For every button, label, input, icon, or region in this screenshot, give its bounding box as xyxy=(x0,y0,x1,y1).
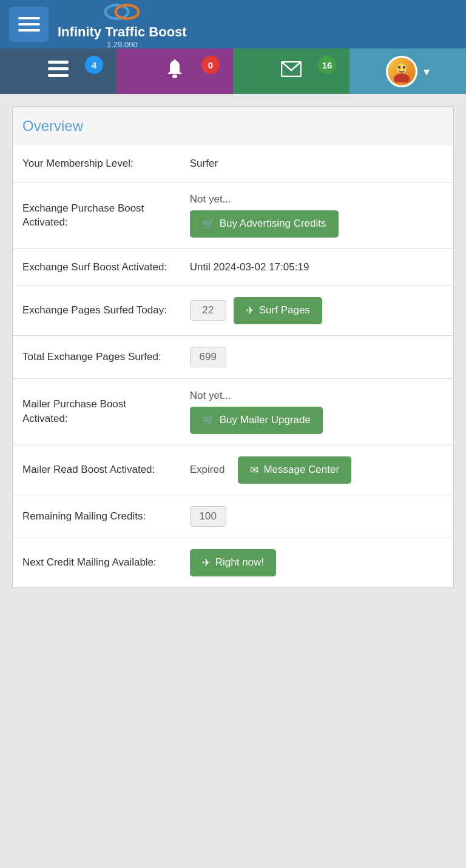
main-content: Overview Your Membership Level: Surfer E… xyxy=(0,94,466,600)
nav-profile[interactable]: ▾ xyxy=(350,48,466,94)
svg-point-10 xyxy=(398,66,400,68)
membership-label: Your Membership Level: xyxy=(13,145,180,182)
message-center-button[interactable]: ✉ Message Center xyxy=(238,456,351,484)
svg-rect-3 xyxy=(48,67,69,70)
pages-surfed-value: 22 ✈ Surf Pages xyxy=(180,285,454,335)
exchange-purchase-label: Exchange Purchase Boost Activated: xyxy=(13,182,180,249)
right-now-button[interactable]: ✈ Right now! xyxy=(190,549,276,576)
table-row: Exchange Purchase Boost Activated: Not y… xyxy=(13,182,454,249)
exchange-purchase-value: Not yet... 🛒 Buy Advertising Credits xyxy=(180,182,454,249)
cart-icon: 🛒 xyxy=(202,218,215,230)
next-mailing-label: Next Credit Mailing Available: xyxy=(13,538,180,587)
logo-area: Infinity Traffic Boost 1.29.000 xyxy=(58,0,187,49)
table-row: Mailer Purchase Boost Activated: Not yet… xyxy=(13,378,454,445)
nav-messages[interactable]: 16 xyxy=(233,48,350,94)
buy-mailer-upgrade-button[interactable]: 🛒 Buy Mailer Upgrade xyxy=(190,407,323,434)
app-version: 1.29.000 xyxy=(107,40,138,49)
surf-pages-label: Surf Pages xyxy=(259,304,310,316)
svg-point-11 xyxy=(403,66,405,68)
total-pages-value: 699 xyxy=(180,335,454,378)
membership-text: Surfer xyxy=(190,158,218,169)
table-row: Your Membership Level: Surfer xyxy=(13,145,454,182)
next-mailing-value: ✈ Right now! xyxy=(180,538,454,587)
table-row: Next Credit Mailing Available: ✈ Right n… xyxy=(13,538,454,587)
table-row: Total Exchange Pages Surfed: 699 xyxy=(13,335,454,378)
mailer-purchase-value: Not yet... 🛒 Buy Mailer Upgrade xyxy=(180,378,454,445)
avatar-image xyxy=(388,58,416,85)
header: Infinity Traffic Boost 1.29.000 xyxy=(0,0,466,48)
exchange-surf-label: Exchange Surf Boost Activated: xyxy=(13,249,180,285)
hamburger-line xyxy=(18,29,40,32)
table-row: Remaining Mailing Credits: 100 xyxy=(13,495,454,538)
pages-surfed-label: Exchange Pages Surfed Today: xyxy=(13,285,180,335)
navbar: 4 0 16 xyxy=(0,48,466,94)
right-now-label: Right now! xyxy=(215,556,264,569)
mailing-credits-value: 100 xyxy=(180,495,454,538)
svg-rect-4 xyxy=(48,74,69,77)
svg-rect-6 xyxy=(174,59,176,62)
mail-icon xyxy=(281,61,302,81)
exchange-surf-value: Until 2024-03-02 17:05:19 xyxy=(180,249,454,285)
total-pages-count: 699 xyxy=(190,347,226,367)
menu-badge: 4 xyxy=(85,56,103,74)
bell-icon xyxy=(166,59,184,83)
logo-icon xyxy=(104,0,140,24)
mailing-credits-count: 100 xyxy=(190,506,226,527)
svg-point-5 xyxy=(172,75,177,78)
total-pages-label: Total Exchange Pages Surfed: xyxy=(13,335,180,378)
hamburger-button[interactable] xyxy=(9,7,49,42)
mailer-purchase-label: Mailer Purchase Boost Activated: xyxy=(13,378,180,445)
nav-menu[interactable]: 4 xyxy=(0,48,116,94)
overview-table: Overview Your Membership Level: Surfer E… xyxy=(12,106,454,588)
buy-advertising-credits-button[interactable]: 🛒 Buy Advertising Credits xyxy=(190,210,339,238)
table-row: Mailer Read Boost Activated: Expired ✉ M… xyxy=(13,445,454,495)
membership-value: Surfer xyxy=(180,145,454,182)
avatar xyxy=(386,56,417,87)
exchange-purchase-text: Not yet... xyxy=(190,193,444,205)
nav-notifications[interactable]: 0 xyxy=(116,48,233,94)
menu-lines-icon xyxy=(48,61,69,82)
mailer-read-label: Mailer Read Boost Activated: xyxy=(13,445,180,495)
mailing-credits-label: Remaining Mailing Credits: xyxy=(13,495,180,538)
exchange-surf-text: Until 2024-03-02 17:05:19 xyxy=(190,261,309,273)
messages-badge: 16 xyxy=(318,56,336,74)
message-center-label: Message Center xyxy=(263,464,339,476)
buy-mailer-label: Buy Mailer Upgrade xyxy=(220,414,311,426)
table-row: Exchange Surf Boost Activated: Until 202… xyxy=(13,249,454,285)
table-row: Exchange Pages Surfed Today: 22 ✈ Surf P… xyxy=(13,285,454,335)
send2-icon: ✈ xyxy=(202,556,211,569)
pages-surfed-count: 22 xyxy=(190,300,226,321)
mailer-read-value: Expired ✉ Message Center xyxy=(180,445,454,495)
mailer-read-row: Expired ✉ Message Center xyxy=(190,456,444,484)
surf-pages-button[interactable]: ✈ Surf Pages xyxy=(234,297,322,324)
envelope-icon: ✉ xyxy=(250,464,258,476)
hamburger-line xyxy=(18,17,40,19)
app-title: Infinity Traffic Boost xyxy=(58,24,187,40)
cart2-icon: 🛒 xyxy=(202,414,215,427)
pages-surfed-row: 22 ✈ Surf Pages xyxy=(190,297,444,324)
profile-dropdown-icon: ▾ xyxy=(424,64,430,79)
mailer-purchase-text: Not yet... xyxy=(190,390,444,402)
notifications-badge: 0 xyxy=(201,56,220,74)
svg-rect-2 xyxy=(48,61,69,64)
svg-point-9 xyxy=(394,73,410,82)
overview-header: Overview xyxy=(13,107,454,146)
hamburger-line xyxy=(18,23,40,25)
send-icon: ✈ xyxy=(246,304,254,317)
mailer-read-text: Expired xyxy=(190,464,225,476)
buy-advertising-label: Buy Advertising Credits xyxy=(220,218,326,230)
overview-title: Overview xyxy=(22,118,83,134)
